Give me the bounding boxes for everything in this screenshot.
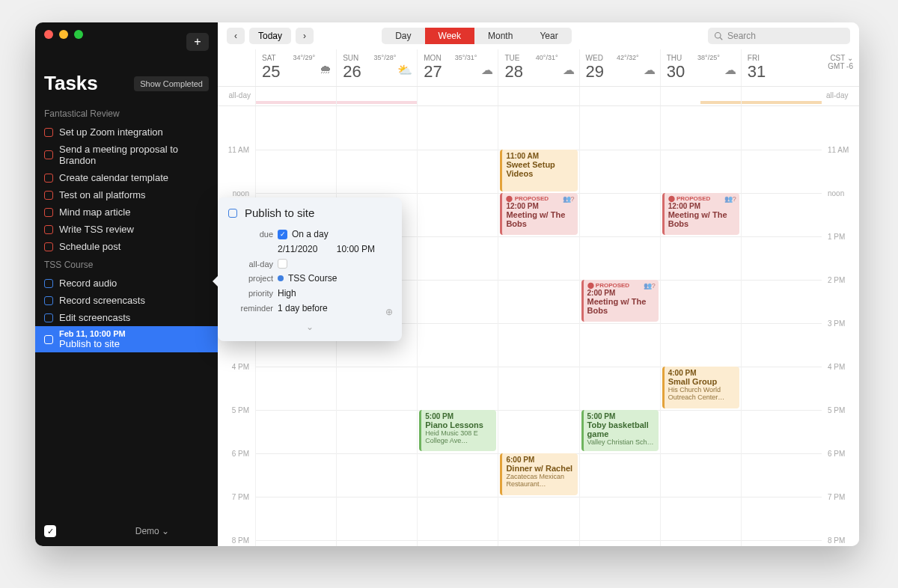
task-label: Record audio bbox=[59, 278, 117, 289]
chevron-right-icon: › bbox=[296, 28, 314, 44]
task-label: Record screencasts bbox=[59, 295, 145, 306]
event[interactable]: 👥? ⬤ PROPOSED 2:00 PM Meeting w/ The Bob… bbox=[581, 280, 659, 322]
view-week[interactable]: Week bbox=[425, 28, 474, 44]
project-color-icon bbox=[278, 275, 284, 281]
minimize-button[interactable] bbox=[59, 30, 68, 39]
task-item[interactable]: Mind map article bbox=[35, 203, 218, 221]
task-item[interactable]: Send a meeting proposal to Brandon bbox=[35, 141, 218, 169]
event[interactable]: 👥? ⬤ PROPOSED 12:00 PM Meeting w/ The Bo… bbox=[662, 193, 739, 235]
chevron-left-icon: ‹ bbox=[227, 28, 245, 44]
day-column-thu[interactable]: 👥? ⬤ PROPOSED 12:00 PM Meeting w/ The Bo… bbox=[660, 106, 741, 546]
svg-line-1 bbox=[720, 37, 722, 40]
expand-toggle[interactable]: ⌄ bbox=[228, 322, 391, 332]
event[interactable]: 11:00 AM Sweet Setup Videos bbox=[500, 150, 577, 192]
event[interactable]: 5:00 PM Toby basketball game Valley Chri… bbox=[581, 410, 659, 451]
task-item[interactable]: Write TSS review bbox=[35, 221, 218, 238]
task-label: Send a meeting proposal to Brandon bbox=[59, 144, 209, 166]
checkbox-icon[interactable] bbox=[44, 279, 53, 288]
day-column-mon[interactable]: 5:00 PM Piano Lessons Heid Music 308 E C… bbox=[417, 106, 498, 546]
attendees-icon: 👥? bbox=[644, 282, 656, 290]
today-button[interactable]: Today bbox=[249, 28, 291, 44]
task-group-header[interactable]: TSS Course bbox=[35, 255, 218, 275]
allday-event[interactable] bbox=[337, 101, 417, 104]
view-day[interactable]: Day bbox=[382, 28, 424, 44]
day-column-tue[interactable]: 11:00 AM Sweet Setup Videos 👥? ⬤ PROPOSE… bbox=[498, 106, 578, 546]
add-reminder-button[interactable]: ⊕ bbox=[385, 307, 393, 317]
nav-next[interactable]: › bbox=[296, 28, 314, 44]
task-item[interactable]: Schedule post bbox=[35, 238, 218, 255]
time-gutter-right: 11 AM noon 1 PM 2 PM 3 PM 4 PM 5 PM 6 PM… bbox=[822, 106, 859, 546]
day-header[interactable]: WED2942°/32°☁ bbox=[579, 49, 660, 86]
svg-point-0 bbox=[715, 33, 721, 39]
task-item[interactable]: Test on all platforms bbox=[35, 186, 218, 203]
calendar-set-menu[interactable]: Demo ⌄ bbox=[135, 526, 169, 536]
day-header[interactable]: SUN2635°/28°⛅ bbox=[336, 49, 417, 86]
task-item-selected[interactable]: Feb 11, 10:00 PM Publish to site bbox=[35, 326, 218, 352]
main-pane: ‹ Today › Day Week Month Year Search SAT… bbox=[218, 22, 859, 546]
task-item[interactable]: Create calendar template bbox=[35, 169, 218, 186]
checkbox-icon[interactable] bbox=[44, 335, 53, 344]
view-segment: Day Week Month Year bbox=[382, 28, 571, 44]
maximize-button[interactable] bbox=[74, 30, 83, 39]
task-item[interactable]: Record screencasts bbox=[35, 292, 218, 309]
project-picker[interactable]: TSS Course bbox=[278, 273, 391, 284]
attendees-icon: 👥? bbox=[563, 195, 575, 203]
tasks-toggle-icon[interactable]: ✓ bbox=[44, 525, 56, 537]
chevron-down-icon: ⌄ bbox=[162, 526, 169, 536]
sidebar: + Tasks Show Completed Fantastical Revie… bbox=[35, 22, 218, 546]
due-date[interactable]: 2/11/2020 bbox=[278, 244, 317, 254]
allday-event[interactable] bbox=[700, 101, 741, 104]
day-column-wed[interactable]: 👥? ⬤ PROPOSED 2:00 PM Meeting w/ The Bob… bbox=[579, 106, 660, 546]
due-checkbox[interactable]: ✓ bbox=[278, 230, 287, 239]
task-group-header[interactable]: Fantastical Review bbox=[35, 104, 218, 123]
checkbox-icon[interactable] bbox=[44, 150, 53, 159]
event[interactable]: 5:00 PM Piano Lessons Heid Music 308 E C… bbox=[419, 410, 496, 451]
checkbox-icon[interactable] bbox=[44, 225, 53, 234]
day-header[interactable]: TUE2840°/31°☁ bbox=[498, 49, 578, 86]
view-month[interactable]: Month bbox=[474, 28, 526, 44]
priority-picker[interactable]: High bbox=[278, 288, 391, 298]
due-time[interactable]: 10:00 PM bbox=[337, 244, 375, 254]
day-header[interactable]: SAT2534°/29°🌧 bbox=[255, 49, 336, 86]
search-placeholder: Search bbox=[727, 31, 756, 41]
task-label: Set up Zoom integration bbox=[59, 126, 163, 138]
checkbox-icon[interactable] bbox=[44, 174, 53, 183]
nav-prev[interactable]: ‹ bbox=[227, 28, 245, 44]
show-completed-button[interactable]: Show Completed bbox=[134, 76, 209, 91]
task-item[interactable]: Record audio bbox=[35, 275, 218, 292]
view-year[interactable]: Year bbox=[526, 28, 571, 44]
add-button[interactable]: + bbox=[186, 33, 209, 51]
task-detail-popover: Publish to site due ✓ On a day 2/11/2020… bbox=[218, 197, 402, 341]
task-label: Create calendar template bbox=[59, 172, 168, 183]
allday-event[interactable] bbox=[742, 101, 822, 104]
checkbox-icon[interactable] bbox=[44, 191, 53, 200]
checkbox-icon[interactable] bbox=[228, 209, 237, 218]
search-icon bbox=[714, 31, 723, 40]
event[interactable]: 6:00 PM Dinner w/ Rachel Zacatecas Mexic… bbox=[500, 453, 577, 495]
allday-event[interactable] bbox=[256, 101, 336, 104]
close-button[interactable] bbox=[44, 30, 53, 39]
timezone-menu[interactable]: CST ⌄GMT -6 bbox=[822, 49, 859, 86]
day-header[interactable]: MON2735°/31°☁ bbox=[417, 49, 498, 86]
reminder-picker[interactable]: 1 day before bbox=[278, 303, 391, 313]
task-item[interactable]: Edit screencasts bbox=[35, 309, 218, 326]
popover-title[interactable]: Publish to site bbox=[245, 206, 314, 219]
event[interactable]: 4:00 PM Small Group His Church World Out… bbox=[662, 367, 739, 408]
task-label: Schedule post bbox=[59, 241, 120, 252]
task-label: Test on all platforms bbox=[59, 189, 146, 200]
allday-label: all-day bbox=[822, 87, 859, 105]
search-input[interactable]: Search bbox=[708, 28, 850, 44]
sidebar-title: Tasks bbox=[44, 72, 98, 95]
event[interactable]: 👥? ⬤ PROPOSED 12:00 PM Meeting w/ The Bo… bbox=[500, 193, 577, 235]
checkbox-icon[interactable] bbox=[44, 242, 53, 251]
day-header[interactable]: THU3038°/25°☁ bbox=[660, 49, 741, 86]
day-header[interactable]: FRI31 bbox=[741, 49, 822, 86]
checkbox-icon[interactable] bbox=[44, 296, 53, 305]
checkbox-icon[interactable] bbox=[44, 128, 53, 137]
day-column-fri[interactable] bbox=[741, 106, 822, 546]
allday-checkbox[interactable] bbox=[278, 259, 287, 269]
checkbox-icon[interactable] bbox=[44, 313, 53, 322]
task-item[interactable]: Set up Zoom integration bbox=[35, 123, 218, 141]
task-label: Write TSS review bbox=[59, 224, 134, 235]
checkbox-icon[interactable] bbox=[44, 208, 53, 217]
